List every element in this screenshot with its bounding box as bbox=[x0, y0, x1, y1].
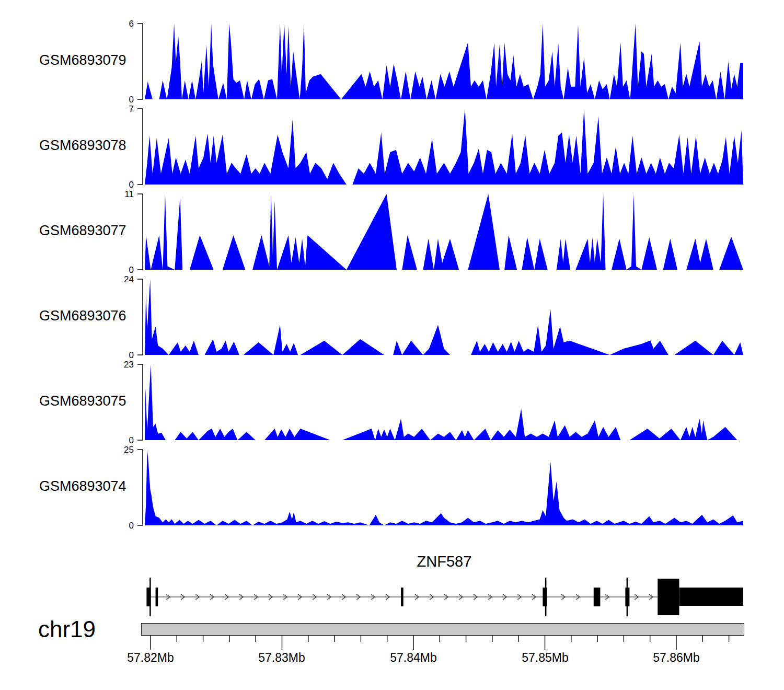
track-label: GSM6893076 bbox=[39, 308, 126, 324]
chromosome-ideogram-bar bbox=[141, 623, 744, 636]
gene-exon-exon bbox=[156, 588, 158, 606]
gene-boundary-line bbox=[627, 578, 628, 616]
gene-boundary-line bbox=[545, 578, 547, 616]
y-axis-bracket bbox=[137, 109, 143, 185]
coverage-track-plot bbox=[136, 279, 744, 356]
y-axis-zero-label: 0 bbox=[105, 350, 134, 361]
y-axis-zero-label: 0 bbox=[105, 95, 134, 105]
coverage-track-plot bbox=[136, 193, 744, 271]
y-axis-bracket bbox=[137, 24, 143, 99]
y-axis-max-label: 7 bbox=[105, 104, 134, 114]
coverage-area bbox=[145, 194, 743, 270]
track-label: GSM6893079 bbox=[39, 52, 126, 68]
axis-tick-label: 57.86Mb bbox=[645, 651, 708, 665]
coverage-track-plot bbox=[136, 23, 744, 100]
gene-exon-utr bbox=[679, 588, 744, 606]
coverage-area bbox=[145, 450, 743, 525]
gene-label: ZNF587 bbox=[145, 553, 744, 570]
y-axis-zero-label: 0 bbox=[105, 521, 134, 531]
gene-exon-exon bbox=[594, 588, 601, 606]
track-label: GSM6893075 bbox=[39, 393, 126, 409]
y-axis-zero-label: 0 bbox=[105, 435, 134, 446]
y-axis-zero-label: 0 bbox=[105, 265, 134, 275]
coverage-area bbox=[145, 279, 743, 355]
gene-exon-exon-large bbox=[658, 579, 679, 615]
gene-boundary-line bbox=[149, 578, 151, 616]
y-axis-max-label: 25 bbox=[105, 445, 134, 455]
chromosome-label: chr19 bbox=[38, 616, 96, 642]
coverage-track-plot bbox=[136, 449, 744, 526]
gene-exon-exon bbox=[401, 588, 403, 606]
y-axis-bracket bbox=[137, 450, 143, 525]
axis-tick-label: 57.82Mb bbox=[119, 651, 182, 665]
y-axis-zero-label: 0 bbox=[105, 180, 134, 190]
axis-tick-label: 57.83Mb bbox=[250, 651, 313, 665]
track-label: GSM6893077 bbox=[39, 223, 126, 239]
track-label: GSM6893078 bbox=[39, 137, 126, 154]
y-axis-bracket bbox=[137, 364, 143, 440]
coverage-area bbox=[145, 364, 743, 440]
y-axis-max-label: 23 bbox=[105, 360, 134, 370]
gene-model-track bbox=[141, 572, 745, 625]
axis-tick-label: 57.84Mb bbox=[382, 651, 445, 665]
coverage-track-plot bbox=[136, 364, 744, 441]
coverage-area bbox=[145, 24, 743, 99]
y-axis-bracket bbox=[137, 194, 143, 270]
track-label: GSM6893074 bbox=[39, 478, 126, 494]
y-axis-max-label: 24 bbox=[105, 274, 134, 285]
y-axis-max-label: 6 bbox=[105, 19, 134, 29]
y-axis-bracket bbox=[137, 279, 143, 355]
genome-browser-figure: GSM689307960GSM689307870GSM6893077110GSM… bbox=[0, 0, 784, 690]
axis-tick-label: 57.85Mb bbox=[514, 651, 577, 665]
coverage-area bbox=[145, 109, 743, 185]
coverage-track-plot bbox=[136, 108, 744, 186]
y-axis-max-label: 11 bbox=[105, 189, 134, 200]
